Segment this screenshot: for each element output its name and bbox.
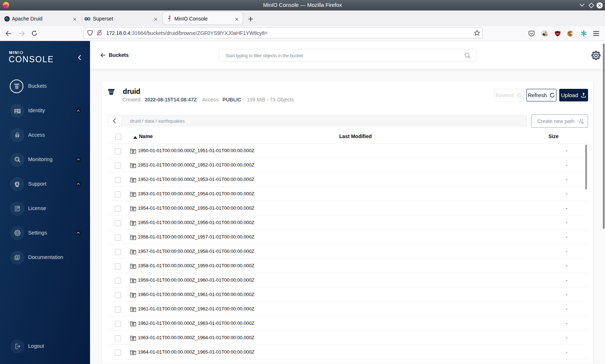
svg-text:UO: UO — [556, 33, 559, 35]
